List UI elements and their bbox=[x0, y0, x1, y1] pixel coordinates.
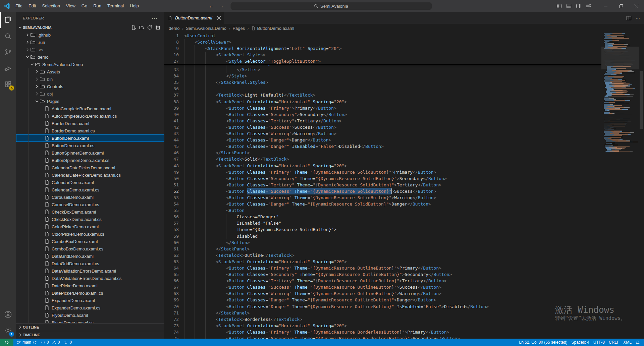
go-forward-icon[interactable]: → bbox=[219, 3, 224, 9]
timeline-section[interactable]: TIMELINE bbox=[16, 331, 164, 339]
menu-view[interactable]: View bbox=[63, 0, 78, 12]
code-line[interactable]: 50 <Button Classes="Secondary" Theme="{D… bbox=[164, 175, 601, 182]
menu-terminal[interactable]: Terminal bbox=[104, 0, 127, 12]
menu-go[interactable]: Go bbox=[78, 0, 90, 12]
code-line[interactable]: 51 <Button Classes="Tertiary" Theme="{Dy… bbox=[164, 182, 601, 188]
branch-status[interactable]: main bbox=[15, 339, 39, 346]
tree-item-ColorPickerDemo.axaml[interactable]: ColorPickerDemo.axaml bbox=[16, 223, 164, 230]
refresh-icon[interactable] bbox=[147, 25, 152, 30]
tree-item-DataValidationErrorsDemo.axaml[interactable]: DataValidationErrorsDemo.axaml bbox=[16, 267, 164, 275]
cursor-position[interactable]: Ln 52, Col 80 (55 selected) bbox=[517, 339, 570, 346]
tree-item-obj[interactable]: obj bbox=[16, 90, 164, 98]
menu-run[interactable]: Run bbox=[90, 0, 104, 12]
code-line[interactable]: 41 <Button Classes="Tertiary">Tertiary</… bbox=[164, 118, 601, 124]
code-line[interactable]: 36 bbox=[164, 85, 601, 92]
tree-item-Pages[interactable]: Pages bbox=[16, 98, 164, 105]
breadcrumb-item[interactable]: demo bbox=[169, 26, 180, 31]
editor-more-actions-icon[interactable]: ··· bbox=[636, 15, 640, 20]
code-line[interactable]: 46 </StackPanel> bbox=[164, 150, 601, 156]
tree-item-CalendarDatePickerDemo.axaml.cs[interactable]: CalendarDatePickerDemo.axaml.cs bbox=[16, 171, 164, 179]
scrollbar-thumb[interactable] bbox=[640, 71, 643, 129]
tree-item-FlyoutDemo.axaml[interactable]: FlyoutDemo.axaml bbox=[16, 311, 164, 319]
source-control-icon[interactable] bbox=[0, 44, 16, 60]
tree-item-CalendarDatePickerDemo.axaml[interactable]: CalendarDatePickerDemo.axaml bbox=[16, 164, 164, 171]
tree-item-ComboBoxDemo.axaml[interactable]: ComboBoxDemo.axaml bbox=[16, 238, 164, 245]
tree-item-CalendarDemo.axaml[interactable]: CalendarDemo.axaml bbox=[16, 179, 164, 186]
code-line[interactable]: 69 <Button Classes="Danger" Theme="{Dyna… bbox=[164, 297, 601, 303]
sticky-scroll[interactable]: 1<UserControl8 <ScrollViewer>9 <StackPan… bbox=[164, 33, 601, 65]
tree-item-ExpanderDemo.axaml[interactable]: ExpanderDemo.axaml bbox=[16, 297, 164, 304]
tree-item-BorderDemo.axaml.cs[interactable]: BorderDemo.axaml.cs bbox=[16, 127, 164, 134]
code-line[interactable]: 9 <StackPanel HorizontalAlignment="Left"… bbox=[164, 45, 601, 52]
tree-item-CarouselDemo.axaml[interactable]: CarouselDemo.axaml bbox=[16, 193, 164, 201]
notifications-bell-icon[interactable] bbox=[634, 339, 642, 346]
code-line[interactable]: 27 <Style Selector="ToggleSplitButton"> bbox=[164, 58, 601, 64]
code-line[interactable]: 57 IsEnabled="False" bbox=[164, 220, 601, 226]
tab-buttondemo[interactable]: ButtonDemo.axaml bbox=[164, 12, 224, 24]
code-line[interactable]: 74 <Button Classes="Primary" Theme="{Dyn… bbox=[164, 329, 601, 335]
split-editor-icon[interactable] bbox=[626, 15, 632, 21]
code-editor[interactable]: 32 </MenuFlyout>33 </Setter>34 </Style>3… bbox=[164, 33, 644, 339]
code-line[interactable]: 49 <Button Classes="Primary" Theme="{Dyn… bbox=[164, 169, 601, 175]
code-line[interactable]: 52 <Button Classes="Success" Theme="{Dyn… bbox=[164, 188, 601, 194]
indentation[interactable]: Spaces: 4 bbox=[570, 339, 591, 346]
menu-file[interactable]: File bbox=[12, 0, 25, 12]
tree-item-ButtonDemo.axaml[interactable]: ButtonDemo.axaml bbox=[16, 134, 164, 142]
command-center-search[interactable]: Semi.Avalonia bbox=[230, 2, 432, 10]
code-line[interactable]: 47 <TextBlock>Solid</TextBlock> bbox=[164, 156, 601, 162]
code-line[interactable]: 54 <Button Classes="Danger" Theme="{Dyna… bbox=[164, 201, 601, 207]
code-line[interactable]: 63 <StackPanel Orientation="Horizontal" … bbox=[164, 258, 601, 265]
tree-item-ButtonSpinnerDemo.axaml[interactable]: ButtonSpinnerDemo.axaml bbox=[16, 149, 164, 157]
code-line[interactable]: 62 <TextBlock>Outline</TextBlock> bbox=[164, 252, 601, 258]
code-line[interactable]: 64 <Button Classes="Primary" Theme="{Dyn… bbox=[164, 265, 601, 271]
tree-item-AutoCompleteBoxDemo.axaml.cs[interactable]: AutoCompleteBoxDemo.axaml.cs bbox=[16, 112, 164, 120]
tree-item-Semi.Avalonia.Demo[interactable]: Semi.Avalonia.Demo bbox=[16, 61, 164, 68]
menu-edit[interactable]: Edit bbox=[25, 0, 39, 12]
settings-gear-icon[interactable]: 1 bbox=[0, 323, 16, 339]
breadcrumb-item[interactable]: Semi.Avalonia.Demo bbox=[186, 26, 226, 31]
breadcrumb-item-file[interactable]: ButtonDemo.axaml bbox=[251, 26, 294, 31]
remote-indicator[interactable] bbox=[0, 339, 13, 346]
code-line[interactable]: 58 Theme="{DynamicResource SolidButton}"… bbox=[164, 226, 601, 233]
tree-item-ExpanderDemo.axaml.cs[interactable]: ExpanderDemo.axaml.cs bbox=[16, 304, 164, 311]
collapse-all-icon[interactable] bbox=[155, 25, 160, 30]
code-line[interactable]: 55 <Button bbox=[164, 207, 601, 214]
minimize-button[interactable] bbox=[598, 0, 613, 12]
code-line[interactable]: 61 </StackPanel> bbox=[164, 246, 601, 252]
tree-item-AutoCompleteBoxDemo.axaml[interactable]: AutoCompleteBoxDemo.axaml bbox=[16, 105, 164, 112]
tree-item-demo[interactable]: demo bbox=[16, 53, 164, 61]
code-lines[interactable]: 32 </MenuFlyout>33 </Setter>34 </Style>3… bbox=[164, 60, 601, 339]
tree-item-CheckBoxDemo.axaml[interactable]: CheckBoxDemo.axaml bbox=[16, 208, 164, 216]
tab-close-icon[interactable] bbox=[217, 16, 221, 20]
go-back-icon[interactable]: ← bbox=[209, 3, 214, 9]
tree-item-BorderDemo.axaml[interactable]: BorderDemo.axaml bbox=[16, 120, 164, 127]
code-line[interactable]: 45 <Button Classes="Danger" IsEnabled="F… bbox=[164, 143, 601, 150]
tree-item-Assets[interactable]: Assets bbox=[16, 68, 164, 75]
tree-item-DatePickerDemo.axaml.cs[interactable]: DatePickerDemo.axaml.cs bbox=[16, 289, 164, 297]
code-line[interactable]: 10 <StackPanel.Styles> bbox=[164, 52, 601, 58]
tree-item-.github[interactable]: .github bbox=[16, 31, 164, 39]
code-line[interactable]: 33 </Setter> bbox=[164, 66, 601, 73]
encoding[interactable]: UTF-8 bbox=[591, 339, 607, 346]
code-line[interactable]: 35 </StackPanel.Styles> bbox=[164, 79, 601, 85]
code-line[interactable]: 75 <Button Classes="Secondary" Theme="{D… bbox=[164, 335, 601, 339]
code-line[interactable]: 42 <Button Classes="Success">Success</Bu… bbox=[164, 124, 601, 130]
ports-status[interactable]: 0 bbox=[62, 339, 74, 346]
tree-item-CalendarDemo.axaml.cs[interactable]: CalendarDemo.axaml.cs bbox=[16, 186, 164, 193]
code-line[interactable]: 44 <Button Classes="Danger">Danger</Butt… bbox=[164, 137, 601, 143]
tree-item-.run[interactable]: .run bbox=[16, 39, 164, 46]
code-line[interactable]: 38 <StackPanel Orientation="Horizontal" … bbox=[164, 99, 601, 105]
code-line[interactable]: 40 <Button Classes="Secondary">Secondary… bbox=[164, 111, 601, 118]
code-line[interactable]: 56 Classes="Danger" bbox=[164, 214, 601, 220]
tree-item-ComboBoxDemo.axaml.cs[interactable]: ComboBoxDemo.axaml.cs bbox=[16, 245, 164, 252]
minimap-slider[interactable] bbox=[601, 47, 639, 69]
run-and-debug-icon[interactable] bbox=[0, 60, 16, 76]
code-line[interactable]: 72 <TextBlock>Borderless</TextBlock> bbox=[164, 316, 601, 323]
tree-item-DataValidationErrorsDemo.axaml.cs[interactable]: DataValidationErrorsDemo.axaml.cs bbox=[16, 275, 164, 282]
menu-selection[interactable]: Selection bbox=[39, 0, 63, 12]
minimap[interactable] bbox=[601, 33, 639, 339]
code-line[interactable]: 48 <StackPanel Orientation="Horizontal" … bbox=[164, 163, 601, 169]
code-line[interactable]: 60 </Button> bbox=[164, 239, 601, 246]
explorer-icon[interactable] bbox=[0, 12, 16, 28]
outline-section[interactable]: OUTLINE bbox=[16, 323, 164, 331]
